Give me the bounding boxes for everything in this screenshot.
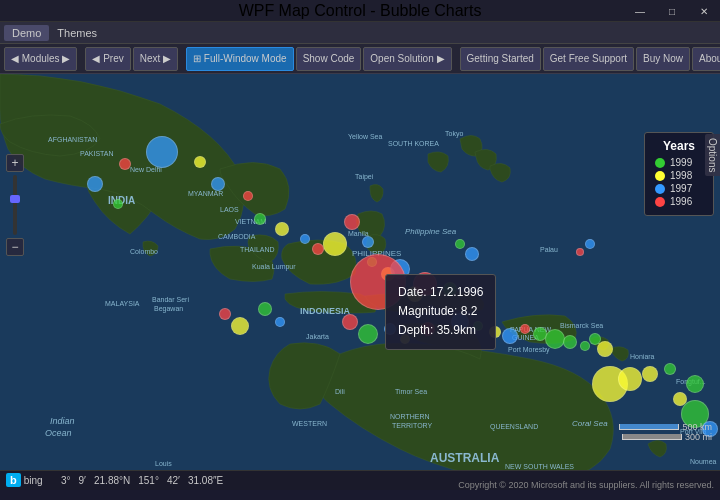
bubble-0[interactable] (119, 158, 131, 170)
bubble-27[interactable] (473, 321, 483, 331)
bubble-9[interactable] (300, 234, 310, 244)
title-bar-title: WPF Map Control - Bubble Charts (239, 2, 482, 20)
bubble-39[interactable] (231, 317, 249, 335)
legend: Years 1999199819971996 (644, 132, 714, 216)
bubble-43[interactable] (642, 366, 658, 382)
bubble-24[interactable] (400, 334, 410, 344)
maximize-button[interactable]: □ (656, 0, 688, 22)
bubble-33[interactable] (563, 335, 577, 349)
bubble-37[interactable] (258, 302, 272, 316)
fullwindow-button[interactable]: ⊞ Full-Window Mode (186, 47, 294, 71)
bubble-19[interactable] (413, 272, 437, 296)
svg-text:Tokyo: Tokyo (445, 130, 463, 138)
svg-text:Coral Sea: Coral Sea (572, 419, 608, 428)
bubble-32[interactable] (545, 329, 565, 349)
minimize-button[interactable]: — (624, 0, 656, 22)
title-bar: WPF Map Control - Bubble Charts — □ ✕ (0, 0, 720, 22)
zoom-thumb (10, 195, 20, 203)
svg-text:Yellow Sea: Yellow Sea (348, 133, 382, 140)
menu-item-themes[interactable]: Themes (49, 25, 105, 41)
bubble-42[interactable] (618, 367, 642, 391)
bubble-30[interactable] (520, 324, 530, 334)
bubble-21[interactable] (342, 314, 358, 330)
prev-button[interactable]: ◀ Prev (85, 47, 130, 71)
scale-ruler-km (619, 424, 679, 430)
svg-text:SOUTH KOREA: SOUTH KOREA (388, 140, 439, 147)
bubble-2[interactable] (113, 199, 123, 209)
svg-text:AUSTRALIA: AUSTRALIA (430, 451, 500, 465)
bubble-45[interactable] (686, 375, 704, 393)
bubble-34[interactable] (580, 341, 590, 351)
bing-logo: b bing (6, 470, 43, 490)
bubble-49[interactable] (585, 239, 595, 249)
modules-button[interactable]: ◀ Modules ▶ (4, 47, 77, 71)
bubble-40[interactable] (219, 308, 231, 320)
zoom-in-button[interactable]: + (6, 154, 24, 172)
bubble-7[interactable] (254, 213, 266, 225)
svg-text:MALAYSIA: MALAYSIA (105, 300, 140, 307)
bubble-11[interactable] (323, 232, 347, 256)
svg-text:Kuala Lumpur: Kuala Lumpur (252, 263, 296, 271)
about-button[interactable]: About (692, 47, 720, 71)
bubble-4[interactable] (194, 156, 206, 168)
bubble-50[interactable] (576, 248, 584, 256)
svg-text:WESTERN: WESTERN (292, 420, 327, 427)
svg-text:CAMBODIA: CAMBODIA (218, 233, 256, 240)
options-panel[interactable]: Options (705, 134, 720, 176)
gettingstarted-button[interactable]: Getting Started (460, 47, 541, 71)
svg-text:NEW SOUTH WALES: NEW SOUTH WALES (505, 463, 574, 470)
bubble-3[interactable] (146, 136, 178, 168)
legend-dot-3 (655, 197, 665, 207)
scale-mi-label: 300 mi (685, 432, 712, 442)
close-button[interactable]: ✕ (688, 0, 720, 22)
legend-item-1: 1998 (655, 170, 703, 181)
svg-text:Begawan: Begawan (154, 305, 183, 313)
svg-text:Bandar Seri: Bandar Seri (152, 296, 189, 303)
zoom-out-button[interactable]: − (6, 238, 24, 256)
buynow-button[interactable]: Buy Now (636, 47, 690, 71)
legend-title: Years (655, 139, 703, 153)
bing-text: bing (24, 475, 43, 486)
next-button[interactable]: Next ▶ (133, 47, 178, 71)
legend-item-3: 1996 (655, 196, 703, 207)
coord-lon1: 21.88°N (94, 475, 130, 486)
showcode-button[interactable]: Show Code (296, 47, 362, 71)
bubble-28[interactable] (489, 326, 501, 338)
menu-item-demo[interactable]: Demo (4, 25, 49, 41)
bubble-52[interactable] (455, 239, 465, 249)
map-container[interactable]: INDIA MYANMAR LAOS VIETNAM CAMBODIA THAI… (0, 74, 720, 470)
svg-text:NORTHERN: NORTHERN (390, 413, 430, 420)
bing-icon: b (6, 473, 21, 487)
bubble-23[interactable] (384, 323, 396, 335)
bubble-6[interactable] (243, 191, 253, 201)
bubble-5[interactable] (211, 177, 225, 191)
menu-bar: Demo Themes (0, 22, 720, 44)
opensolution-button[interactable]: Open Solution ▶ (363, 47, 451, 71)
bubble-51[interactable] (465, 247, 479, 261)
bubble-12[interactable] (344, 214, 360, 230)
bubble-17[interactable] (350, 254, 406, 310)
bubble-36[interactable] (597, 341, 613, 357)
svg-text:Port Moresby: Port Moresby (508, 346, 550, 354)
bubble-29[interactable] (502, 328, 518, 344)
legend-label-0: 1999 (670, 157, 692, 168)
bubble-1[interactable] (87, 176, 103, 192)
bubble-38[interactable] (275, 317, 285, 327)
svg-text:Ocean: Ocean (45, 428, 72, 438)
bubble-13[interactable] (362, 236, 374, 248)
bubble-22[interactable] (358, 324, 378, 344)
freesupport-button[interactable]: Get Free Support (543, 47, 634, 71)
coord-lat2: 9′ (79, 475, 86, 486)
zoom-track[interactable] (13, 175, 17, 235)
scale-line-2: 300 mi (622, 432, 712, 442)
legend-dot-0 (655, 158, 665, 168)
bubble-8[interactable] (275, 222, 289, 236)
coords-bar: b bing 3° 9′ 21.88°N 151° 42′ 31.08″E Co… (0, 470, 720, 490)
svg-text:AFGHANISTAN: AFGHANISTAN (48, 136, 97, 143)
bubble-20[interactable] (443, 282, 457, 296)
svg-text:Philippine Sea: Philippine Sea (405, 227, 457, 236)
bubble-25[interactable] (421, 322, 435, 336)
bubble-26[interactable] (451, 313, 469, 331)
svg-text:TERRITORY: TERRITORY (392, 422, 433, 429)
bubble-44[interactable] (664, 363, 676, 375)
